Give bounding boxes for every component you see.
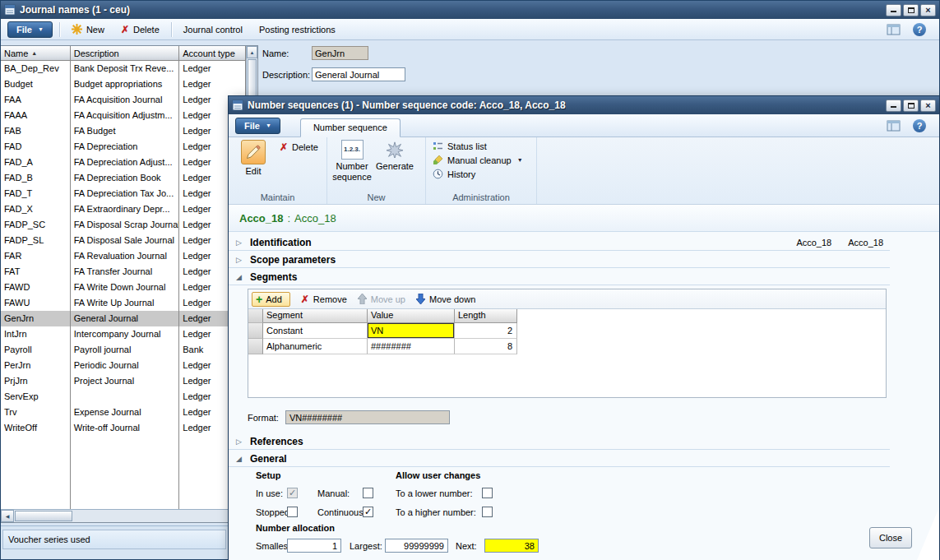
column-header-value[interactable]: Value — [368, 309, 455, 323]
in-use-checkbox[interactable]: ✓ — [287, 488, 298, 498]
scroll-up-button[interactable]: ▲ — [247, 46, 257, 58]
table-cell: Payroll journal — [71, 342, 180, 358]
scroll-left-button[interactable]: ◀ — [1, 510, 14, 522]
close-window-button[interactable]: × — [920, 100, 936, 112]
fasttab-segments[interactable]: ◢ Segments — [229, 270, 890, 285]
table-row[interactable]: FADP_SLFA Disposal Sale JournalLedger — [1, 233, 246, 248]
table-row[interactable]: PerJrnPeriodic JournalLedger — [1, 358, 246, 373]
table-row[interactable]: FAD_XFA Extraordinary Depr...Ledger — [1, 201, 246, 217]
row-selector[interactable] — [248, 339, 263, 354]
segment-cell[interactable]: Alphanumeric — [263, 339, 368, 354]
length-cell[interactable]: 8 — [455, 339, 517, 354]
continuous-label: Continuous: — [317, 507, 366, 517]
close-window-button[interactable]: × — [920, 4, 936, 16]
posting-restrictions-menu[interactable]: Posting restrictions — [254, 22, 340, 37]
table-row[interactable]: FAWUFA Write Up JournalLedger — [1, 295, 246, 311]
delete-button[interactable]: ✗ Delete — [116, 22, 164, 37]
table-row[interactable]: FAD_TFA Depreciation Tax Jo...Ledger — [1, 186, 246, 201]
table-row[interactable]: FADP_SCFA Disposal Scrap JournalLedger — [1, 217, 246, 233]
table-row[interactable]: Alphanumeric ######## 8 — [248, 339, 518, 354]
move-up-button[interactable]: Move up — [358, 294, 405, 304]
close-button[interactable]: Close — [869, 527, 912, 548]
file-menu-button[interactable]: File ▼ — [7, 21, 53, 38]
scrollbar-thumb[interactable] — [15, 511, 72, 521]
manual-cleanup-button[interactable]: Manual cleanup ▼ — [429, 153, 526, 167]
history-button[interactable]: History — [429, 167, 479, 181]
segment-cell[interactable]: Constant — [263, 323, 368, 339]
table-row[interactable]: BudgetBudget appropriationsLedger — [1, 76, 246, 92]
sequence-window-titlebar[interactable]: Number sequences (1) - Number sequence c… — [229, 96, 939, 114]
sequence-window-body: ▷ Identification Acco_18 Acco_18 ▷ Scope… — [229, 232, 939, 560]
minimize-button[interactable] — [886, 100, 901, 112]
journal-control-menu[interactable]: Journal control — [178, 22, 248, 37]
add-button[interactable]: + Add — [252, 292, 290, 307]
minimize-button[interactable] — [886, 4, 901, 16]
status-list-button[interactable]: Status list — [429, 139, 490, 153]
row-selector[interactable] — [248, 323, 263, 339]
length-cell[interactable]: 2 — [455, 323, 517, 339]
column-header-account-type[interactable]: Account type — [179, 46, 246, 61]
table-row[interactable]: FARFA Revaluation JournalLedger — [1, 248, 246, 264]
column-header-length[interactable]: Length — [455, 309, 517, 323]
continuous-checkbox[interactable]: ✓ — [363, 507, 373, 517]
maximize-button[interactable] — [903, 4, 919, 16]
table-cell: Ledger — [179, 76, 246, 92]
maximize-button[interactable] — [903, 100, 919, 112]
value-cell[interactable]: VN — [368, 323, 455, 339]
manual-checkbox[interactable] — [363, 488, 373, 498]
fasttab-general[interactable]: ◢ General — [229, 451, 890, 467]
table-row[interactable]: FAD_AFA Depreciation Adjust...Ledger — [1, 155, 246, 170]
table-row[interactable]: BA_Dep_RevBank Deposit Trx Reve...Ledger — [1, 61, 246, 76]
table-row[interactable]: FAAFA Acquisition JournalLedger — [1, 92, 246, 108]
table-cell: FA Budget — [71, 123, 180, 139]
horizontal-scrollbar[interactable]: ◀ ▶ — [1, 509, 246, 522]
table-row[interactable]: GenJrnGeneral JournalLedger — [1, 311, 246, 326]
remove-button[interactable]: ✗ Remove — [301, 294, 347, 304]
table-row[interactable]: FABFA BudgetLedger — [1, 123, 246, 139]
journal-window-titlebar[interactable]: Journal names (1 - ceu) × — [1, 1, 939, 19]
generate-button[interactable]: Generate — [373, 137, 416, 172]
tab-number-sequence[interactable]: Number sequence — [300, 118, 401, 137]
fasttab-scope-parameters[interactable]: ▷ Scope parameters — [229, 252, 890, 268]
table-row[interactable]: FAD_BFA Depreciation BookLedger — [1, 170, 246, 186]
window-layout-icon[interactable] — [887, 120, 901, 132]
format-field[interactable]: VN######## — [285, 410, 450, 424]
largest-label: Largest: — [350, 541, 382, 551]
fasttab-references[interactable]: ▷ References — [229, 434, 890, 450]
table-row[interactable]: PayrollPayroll journalBank — [1, 342, 246, 358]
table-row[interactable]: ServExpLedger — [1, 389, 246, 405]
fasttab-identification[interactable]: ▷ Identification Acco_18 Acco_18 — [229, 235, 890, 251]
help-icon[interactable]: ? — [913, 119, 926, 132]
table-row[interactable]: FADFA DepreciationLedger — [1, 139, 246, 155]
column-header-name[interactable]: Name ▲ — [1, 46, 71, 61]
scrollbar-track[interactable] — [73, 510, 233, 522]
to-higher-checkbox[interactable] — [482, 507, 493, 517]
table-row[interactable]: FAAAFA Acquisition Adjustm...Ledger — [1, 108, 246, 123]
move-down-button[interactable]: Move down — [416, 294, 475, 304]
delete-button[interactable]: ✗ Delete — [275, 140, 323, 155]
name-field[interactable]: GenJrn — [312, 46, 368, 60]
number-sequence-button[interactable]: 1.2.3. Number sequence — [331, 137, 373, 182]
edit-button[interactable]: Edit — [232, 137, 275, 177]
window-layout-icon[interactable] — [887, 24, 901, 35]
to-lower-checkbox[interactable] — [482, 488, 493, 498]
stopped-checkbox[interactable] — [287, 507, 298, 517]
file-menu-button[interactable]: File ▼ — [235, 118, 280, 134]
table-row[interactable]: FATFA Transfer JournalLedger — [1, 264, 246, 280]
help-icon[interactable]: ? — [913, 23, 926, 36]
table-row[interactable]: TrvExpense JournalLedger — [1, 405, 246, 420]
smallest-field[interactable]: 1 — [287, 539, 341, 553]
delete-button-label: Delete — [133, 25, 160, 35]
description-field[interactable]: General Journal — [312, 67, 405, 81]
largest-field[interactable]: 99999999 — [385, 539, 448, 553]
table-row[interactable]: IntJrnIntercompany JournalLedger — [1, 326, 246, 342]
table-row[interactable]: PrjJrnProject JournalLedger — [1, 373, 246, 389]
table-row[interactable]: WriteOffWrite-off JournalLedger — [1, 420, 246, 436]
table-row[interactable]: FAWDFA Write Down JournalLedger — [1, 280, 246, 295]
column-header-description[interactable]: Description — [71, 46, 180, 61]
value-cell[interactable]: ######## — [368, 339, 455, 354]
table-row[interactable]: Constant VN 2 — [248, 323, 518, 339]
next-field[interactable]: 38 — [484, 539, 539, 553]
new-button[interactable]: New — [67, 21, 109, 37]
column-header-segment[interactable]: Segment — [263, 309, 368, 323]
